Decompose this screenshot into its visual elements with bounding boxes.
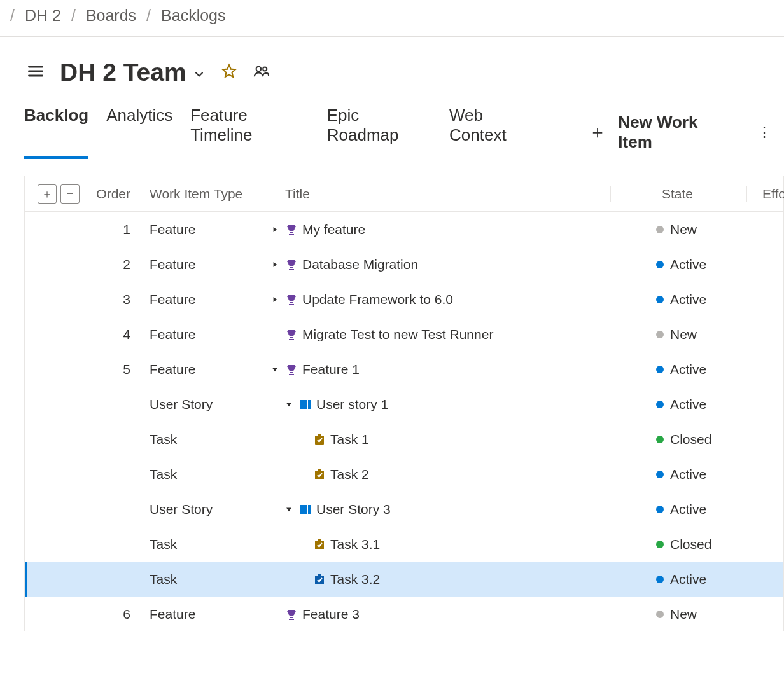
state-dot-icon [656, 611, 664, 618]
expand-toggle[interactable] [265, 259, 284, 270]
state-dot-icon [656, 296, 664, 303]
cell-title[interactable]: Migrate Test to new Test Runner [263, 327, 610, 342]
new-work-item-button[interactable]: ＋ New Work Item [589, 113, 733, 152]
state-dot-icon [656, 506, 664, 513]
tab-epic-roadmap[interactable]: Epic Roadmap [327, 106, 431, 159]
state-label: Closed [670, 432, 711, 447]
work-item-row[interactable]: TaskTask 2Active [25, 457, 783, 492]
team-header: DH 2 Team [0, 37, 784, 86]
cell-title[interactable]: My feature [263, 222, 610, 237]
cell-title[interactable]: User Story 3 [263, 502, 610, 517]
cell-type: Feature [150, 607, 263, 622]
work-item-row[interactable]: TaskTask 3.1Closed [25, 527, 783, 562]
work-item-title: User story 1 [316, 397, 388, 412]
favorite-star-icon[interactable] [221, 63, 237, 83]
expand-all-button[interactable]: ＋ [38, 184, 57, 204]
work-item-title: Migrate Test to new Test Runner [302, 327, 493, 342]
cell-title[interactable]: Task 3.2 [263, 572, 610, 587]
story-icon [298, 397, 312, 411]
state-label: Active [670, 292, 706, 307]
feature-icon [284, 293, 298, 307]
breadcrumb-item[interactable]: Boards [86, 6, 136, 25]
grid-header: ＋ − Order Work Item Type Title State Eff… [25, 176, 783, 212]
work-item-row[interactable]: User StoryUser story 1Active [25, 387, 783, 422]
col-state[interactable]: State [610, 186, 746, 202]
cell-title[interactable]: Task 3.1 [263, 537, 610, 552]
team-name: DH 2 Team [60, 59, 186, 86]
team-title[interactable]: DH 2 Team [60, 59, 206, 86]
chevron-down-icon [193, 59, 206, 86]
expand-toggle[interactable] [279, 504, 298, 514]
state-dot-icon [656, 541, 664, 548]
work-item-row[interactable]: 2FeatureDatabase MigrationActive [25, 247, 783, 282]
work-item-title: Task 3.2 [330, 572, 380, 587]
cell-type: Feature [150, 362, 263, 377]
work-item-row[interactable]: 3FeatureUpdate Framework to 6.0Active [25, 282, 783, 317]
cell-title[interactable]: Update Framework to 6.0 [263, 292, 610, 307]
col-title[interactable]: Title [263, 186, 610, 202]
work-item-row[interactable]: TaskTask 1Closed [25, 422, 783, 457]
breadcrumb-item[interactable]: DH 2 [25, 6, 61, 25]
tab-analytics[interactable]: Analytics [106, 106, 172, 159]
expand-toggle[interactable] [265, 294, 284, 305]
cell-state: Active [610, 467, 746, 482]
cell-state: Active [610, 362, 746, 377]
tabs: Backlog Analytics Feature Timeline Epic … [24, 106, 541, 159]
cell-title[interactable]: Feature 3 [263, 607, 610, 622]
col-effort[interactable]: Effort [746, 186, 783, 202]
work-item-title: Feature 1 [302, 362, 360, 377]
cell-title[interactable]: Task 1 [263, 432, 610, 447]
cell-type: Task [150, 572, 263, 587]
cell-title[interactable]: Task 2 [263, 467, 610, 482]
cell-title[interactable]: User story 1 [263, 397, 610, 412]
team-members-icon[interactable] [253, 62, 270, 83]
cell-type: Feature [150, 257, 263, 272]
feature-icon [284, 258, 298, 272]
work-item-row[interactable]: 4FeatureMigrate Test to new Test RunnerN… [25, 317, 783, 352]
state-dot-icon [656, 436, 664, 443]
cell-state: Closed [610, 537, 746, 552]
state-label: Active [670, 397, 706, 412]
state-dot-icon [656, 471, 664, 478]
task-icon [312, 432, 326, 446]
cell-title[interactable]: Feature 1 [263, 362, 610, 377]
cell-title[interactable]: Database Migration [263, 257, 610, 272]
breadcrumb-item[interactable]: Backlogs [161, 6, 225, 25]
expand-toggle[interactable] [265, 364, 284, 375]
tab-feature-timeline[interactable]: Feature Timeline [190, 106, 309, 159]
feature-icon [284, 362, 298, 376]
task-icon [312, 537, 326, 551]
cell-state: Active [610, 292, 746, 307]
breadcrumb: / DH 2 / Boards / Backlogs [0, 0, 784, 37]
work-item-title: My feature [302, 222, 365, 237]
menu-icon[interactable] [27, 62, 45, 83]
cell-order: 1 [96, 222, 150, 237]
expand-toggle[interactable] [279, 399, 298, 410]
col-type[interactable]: Work Item Type [150, 186, 263, 202]
col-order[interactable]: Order [96, 186, 150, 202]
work-item-row[interactable]: User StoryUser Story 3Active [25, 492, 783, 527]
cell-type: Feature [150, 327, 263, 342]
cell-type: Task [150, 537, 263, 552]
tab-backlog[interactable]: Backlog [24, 106, 88, 159]
cell-state: Active [610, 397, 746, 412]
work-item-row[interactable]: 1FeatureMy featureNew [25, 212, 783, 247]
more-options-icon[interactable]: ⋮ [757, 124, 771, 141]
work-item-title: Database Migration [302, 257, 418, 272]
state-label: New [670, 327, 697, 342]
backlog-grid: ＋ − Order Work Item Type Title State Eff… [24, 176, 784, 631]
work-item-row[interactable]: TaskTask 3.2Active [25, 562, 783, 597]
work-item-title: Update Framework to 6.0 [302, 292, 453, 307]
cell-type: User Story [150, 502, 263, 517]
cell-order: 5 [96, 362, 150, 377]
breadcrumb-sep: / [146, 6, 151, 25]
tab-web-context[interactable]: Web Context [449, 106, 541, 159]
collapse-all-button[interactable]: − [60, 184, 80, 204]
work-item-row[interactable]: 6FeatureFeature 3New [25, 597, 783, 631]
cell-type: Feature [150, 292, 263, 307]
cell-state: New [610, 327, 746, 342]
work-item-row[interactable]: 5FeatureFeature 1Active [25, 352, 783, 387]
expand-toggle[interactable] [265, 224, 284, 235]
cell-order: 6 [96, 607, 150, 622]
state-label: Active [670, 467, 706, 482]
